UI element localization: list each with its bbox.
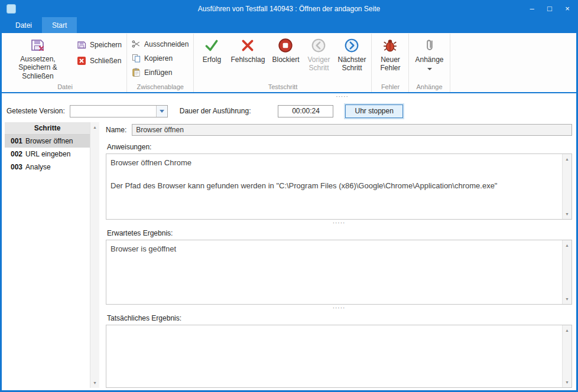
main-area: Schritte 001 Browser öffnen 002 URL eing… <box>2 120 576 390</box>
group-caption-testschritt: Testschritt <box>197 83 368 92</box>
paste-button[interactable]: Einfügen <box>130 67 174 77</box>
blocked-label: Blockiert <box>272 56 299 64</box>
step-detail: Name: Browser öffnen Anweisungen: Browse… <box>106 122 573 388</box>
group-caption-zwischenablage: Zwischenablage <box>130 83 190 92</box>
suspend-save-close-label: Aussetzen, Speichern & Schließen <box>8 55 68 80</box>
next-step-button[interactable]: Nächster Schritt <box>335 35 368 73</box>
tab-start[interactable]: Start <box>42 17 77 33</box>
paste-label: Einfügen <box>144 68 172 77</box>
copy-button[interactable]: Kopieren <box>130 53 174 63</box>
name-row: Name: Browser öffnen <box>106 124 572 136</box>
actual-result-text[interactable] <box>106 325 562 387</box>
ribbon-tabs: Datei Start <box>2 17 576 33</box>
expected-result-textarea[interactable]: Browser is geöffnet ▲ ▼ <box>106 240 572 305</box>
attachments-dropdown-caret-icon <box>427 68 432 70</box>
ribbon-group-datei: Aussetzen, Speichern & Schließen Speiche… <box>4 34 127 92</box>
parameters-row: Getestete Version: Dauer der Ausführung:… <box>2 102 576 120</box>
close-label: Schließen <box>90 57 121 65</box>
success-label: Erfolg <box>203 56 221 64</box>
scroll-up-icon[interactable]: ▲ <box>565 325 569 335</box>
instructions-label: Anweisungen: <box>107 143 572 151</box>
instructions-scrollbar[interactable]: ▲ ▼ <box>562 154 571 219</box>
bug-icon <box>382 38 398 53</box>
new-error-label: Neuer Fehler <box>378 56 402 73</box>
duration-field[interactable]: 00:00:24 <box>278 105 333 117</box>
save-icon <box>77 40 86 50</box>
tab-datei[interactable]: Datei <box>5 17 42 33</box>
horizontal-splitter[interactable]: ····· <box>2 93 576 102</box>
scroll-down-icon[interactable]: ▼ <box>93 378 97 388</box>
blocked-button[interactable]: Blockiert <box>269 35 302 64</box>
save-button[interactable]: Speichern <box>75 40 124 50</box>
copy-icon <box>132 54 141 63</box>
stop-icon <box>278 38 293 53</box>
scroll-down-icon[interactable]: ▼ <box>565 209 569 219</box>
paste-icon <box>132 68 141 77</box>
expected-result-label: Erwartetes Ergebnis: <box>107 229 572 237</box>
actual-result-textarea[interactable]: ▲ ▼ <box>106 325 572 388</box>
tested-version-combobox[interactable] <box>70 105 168 117</box>
step-item-003[interactable]: 003 Analyse <box>5 161 90 174</box>
scroll-down-icon[interactable]: ▼ <box>565 377 569 387</box>
scroll-up-icon[interactable]: ▲ <box>565 154 569 164</box>
ribbon-group-zwischenablage: Ausschneiden Kopieren <box>127 34 194 92</box>
previous-step-label: Voriger Schritt <box>306 56 331 73</box>
save-label: Speichern <box>90 41 122 49</box>
step-item-001[interactable]: 001 Browser öffnen <box>5 135 90 148</box>
steps-header: Schritte <box>5 122 90 135</box>
attachments-button[interactable]: Anhänge <box>412 35 446 70</box>
window-controls: – □ × <box>523 0 576 17</box>
tested-version-dropdown-button[interactable] <box>156 106 167 117</box>
titlebar: Ausführen von Testfall 140943 : Öffnen d… <box>2 0 576 17</box>
scroll-up-icon[interactable]: ▲ <box>93 122 97 132</box>
name-field[interactable]: Browser öffnen <box>132 124 572 136</box>
group-caption-datei: Datei <box>7 83 124 92</box>
red-x-icon <box>240 38 255 53</box>
circle-arrow-left-icon <box>311 38 326 53</box>
name-label: Name: <box>106 126 126 134</box>
expected-result-scrollbar[interactable]: ▲ ▼ <box>562 240 571 304</box>
app-icon[interactable] <box>7 4 16 14</box>
ribbon-group-testschritt: Erfolg Fehlschlag <box>194 34 372 92</box>
steps-scrollbar[interactable]: ▲ ▼ <box>90 122 99 388</box>
stop-clock-button[interactable]: Uhr stoppen <box>345 104 402 118</box>
minimize-button[interactable]: – <box>523 0 541 17</box>
fail-button[interactable]: Fehlschlag <box>228 35 268 64</box>
scroll-up-icon[interactable]: ▲ <box>565 240 569 250</box>
copy-label: Kopieren <box>144 54 173 63</box>
ribbon-group-fehler: Neuer Fehler Fehler <box>372 34 409 92</box>
close-button[interactable]: × <box>558 0 576 17</box>
ribbon: Aussetzen, Speichern & Schließen Speiche… <box>2 33 576 93</box>
paperclip-icon <box>422 38 437 53</box>
attachments-label: Anhänge <box>415 56 443 64</box>
new-error-button[interactable]: Neuer Fehler <box>375 35 405 73</box>
step-item-002[interactable]: 002 URL eingeben <box>5 148 90 161</box>
step-label: Analyse <box>25 163 51 171</box>
scissors-icon <box>132 40 141 48</box>
window-title: Ausführen von Testfall 140943 : Öffnen d… <box>2 5 576 13</box>
maximize-button[interactable]: □ <box>541 0 558 17</box>
steps-list: Schritte 001 Browser öffnen 002 URL eing… <box>5 122 90 388</box>
suspend-save-close-button[interactable]: Aussetzen, Speichern & Schließen <box>7 35 69 80</box>
close-ribbon-button[interactable]: Schließen <box>75 55 124 66</box>
next-step-label: Nächster Schritt <box>337 56 366 73</box>
expected-result-text[interactable]: Browser is geöffnet <box>106 240 562 304</box>
steps-panel: Schritte 001 Browser öffnen 002 URL eing… <box>5 122 99 388</box>
actual-result-scrollbar[interactable]: ▲ ▼ <box>562 325 571 387</box>
close-red-icon <box>77 56 86 66</box>
actual-result-label: Tatsächliches Ergebnis: <box>107 314 572 322</box>
horizontal-splitter[interactable]: ····· <box>106 220 572 227</box>
save-and-close-icon <box>30 37 46 53</box>
fail-label: Fehlschlag <box>230 56 265 64</box>
instructions-text[interactable]: Browser öffnen Chrome Der Pfad des Brows… <box>106 154 562 219</box>
success-button[interactable]: Erfolg <box>197 35 226 64</box>
app-window: Ausführen von Testfall 140943 : Öffnen d… <box>0 0 578 392</box>
instructions-textarea[interactable]: Browser öffnen Chrome Der Pfad des Brows… <box>106 153 572 220</box>
step-number: 002 <box>11 150 22 158</box>
horizontal-splitter[interactable]: ····· <box>106 305 572 312</box>
cut-button[interactable]: Ausschneiden <box>130 39 190 49</box>
ribbon-group-anhaenge: Anhänge Anhänge <box>409 34 450 92</box>
tested-version-label: Getestete Version: <box>7 107 65 115</box>
tested-version-value[interactable] <box>70 106 156 117</box>
scroll-down-icon[interactable]: ▼ <box>565 294 569 304</box>
